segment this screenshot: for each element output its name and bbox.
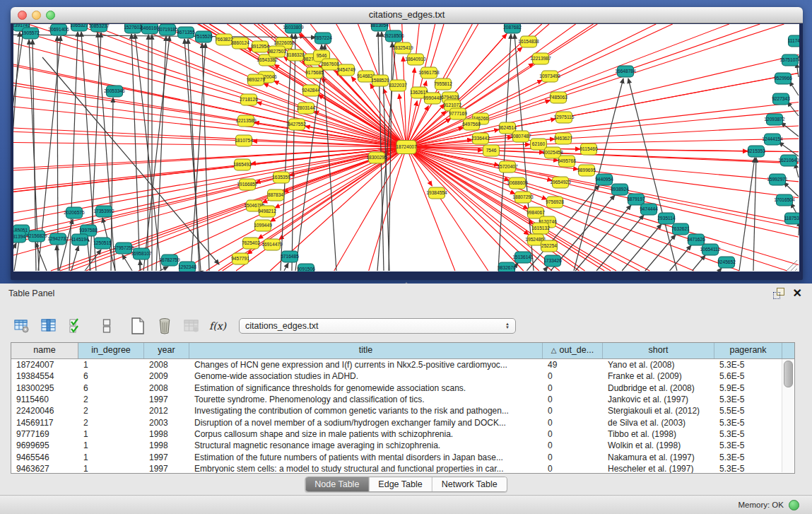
column-header-pagerank[interactable]: pagerank <box>714 343 782 358</box>
node-table[interactable]: namein_degreeyeartitle△out_de...shortpag… <box>11 342 795 474</box>
network-view-window[interactable]: citations_edges.txt 23917411905572206914… <box>11 7 803 280</box>
graph-edge[interactable] <box>13 147 406 170</box>
graph-edge[interactable] <box>498 34 511 271</box>
graph-edge[interactable] <box>406 147 799 265</box>
window-titlebar[interactable]: citations_edges.txt <box>11 7 803 23</box>
table-row[interactable]: 1938455462009Genome-wide association stu… <box>11 370 794 382</box>
graph-node-label: 16648784 <box>615 69 636 74</box>
network-canvas[interactable]: 2391741190557220691406106532710853237152… <box>13 24 799 271</box>
table-settings-icon[interactable] <box>11 316 33 336</box>
table-row[interactable]: 2242004622012Investigating the contribut… <box>11 405 794 416</box>
graph-edge[interactable] <box>322 45 336 271</box>
import-table-icon <box>181 316 202 336</box>
graph-edge[interactable] <box>443 24 478 84</box>
graph-node-label: 18325419 <box>392 45 413 50</box>
graph-edge[interactable] <box>406 24 576 147</box>
graph-edge[interactable] <box>71 246 78 271</box>
graph-edge[interactable] <box>693 255 706 271</box>
graph-edge[interactable] <box>284 263 288 271</box>
row-height-icon[interactable] <box>96 316 117 336</box>
table-cell: 1 <box>78 452 144 463</box>
table-scrollbar[interactable] <box>782 359 794 472</box>
graph-edge[interactable] <box>406 147 455 271</box>
table-cell: Embryonic stem cells: a model to study s… <box>189 463 543 474</box>
tab-edge-table[interactable]: Edge Table <box>369 477 432 491</box>
table-type-tabs: Node Table Edge Table Network Table <box>305 477 507 492</box>
column-header-in-degree[interactable]: in_degree <box>78 343 144 358</box>
graph-edge[interactable] <box>787 102 799 116</box>
graph-edge[interactable] <box>13 64 406 147</box>
table-selector-dropdown[interactable]: citations_edges.txt ▲▼ <box>239 318 516 334</box>
graph-node-label: 7857224 <box>314 35 332 40</box>
zoom-window-button[interactable] <box>46 11 55 20</box>
table-cell: 5.3E-5 <box>714 463 782 474</box>
table-row[interactable]: 977716911998Corpus callosum shape and si… <box>11 428 794 440</box>
graph-node-label: 1527602 <box>124 25 142 30</box>
column-header-year[interactable]: year <box>144 343 189 358</box>
graph-edge[interactable] <box>753 158 756 271</box>
graph-edge[interactable] <box>406 54 799 147</box>
graph-edge[interactable] <box>575 205 631 271</box>
graph-edge[interactable] <box>541 24 593 59</box>
graph-edge[interactable] <box>789 81 799 95</box>
graph-edge[interactable] <box>334 147 406 271</box>
close-panel-icon[interactable]: ✕ <box>793 288 802 299</box>
graph-node-label: 9457791 <box>231 256 249 261</box>
tab-network-table[interactable]: Network Table <box>433 477 507 491</box>
graph-edge[interactable] <box>450 24 515 98</box>
column-header-name[interactable]: name <box>11 343 78 358</box>
graph-edge[interactable] <box>779 142 799 156</box>
memory-ok-indicator[interactable] <box>789 500 799 510</box>
graph-edge[interactable] <box>544 267 548 271</box>
graph-edge[interactable] <box>622 224 661 271</box>
graph-edge[interactable] <box>13 185 247 240</box>
graph-edge[interactable] <box>539 139 799 144</box>
minimize-window-button[interactable] <box>32 11 41 20</box>
graph-edge[interactable] <box>739 158 755 271</box>
graph-node-label: 17016504 <box>774 197 795 202</box>
column-header-short[interactable]: short <box>603 343 714 358</box>
graph-edge[interactable] <box>13 132 244 141</box>
graph-node-label: 12975115 <box>554 115 575 119</box>
graph-edge[interactable] <box>429 24 444 73</box>
graph-node-label: 15136141 <box>512 255 534 259</box>
function-builder-icon[interactable]: f(x) <box>209 320 226 332</box>
graph-node-label: 16961758 <box>418 70 440 75</box>
tab-node-table[interactable]: Node Table <box>305 477 369 491</box>
table-cell: 2 <box>78 394 144 405</box>
float-panel-icon[interactable] <box>773 288 784 299</box>
column-visibility-icon[interactable] <box>38 316 59 336</box>
graph-edge[interactable] <box>122 255 132 271</box>
graph-edge[interactable] <box>550 24 656 76</box>
graph-edge[interactable] <box>781 122 799 136</box>
new-table-icon[interactable] <box>127 316 148 336</box>
scrollbar-thumb[interactable] <box>784 361 793 387</box>
table-row[interactable]: 969969511998Structural magnetic resonanc… <box>11 440 794 451</box>
graph-edge[interactable] <box>188 39 199 271</box>
column-header-out-de-[interactable]: △out_de... <box>543 343 603 358</box>
graph-node-label: 6497568 <box>462 122 481 127</box>
graph-edge[interactable] <box>13 107 406 147</box>
close-window-button[interactable] <box>18 11 27 20</box>
graph-node-label: 2803144 <box>297 105 315 110</box>
table-row[interactable]: 946362711997Embryonic stem cells: a mode… <box>11 463 794 474</box>
graph-node-label: 1292348 <box>178 264 196 269</box>
select-rows-icon[interactable] <box>65 316 86 336</box>
column-header-title[interactable]: title <box>189 343 543 358</box>
table-row[interactable]: 946554611997Estimation of the future num… <box>11 451 794 462</box>
table-header[interactable]: namein_degreeyeartitle△out_de...shortpag… <box>11 343 794 359</box>
graph-node-label: 1588520 <box>371 78 389 83</box>
graph-edge[interactable] <box>719 268 722 271</box>
network-graph[interactable]: 2391741190557220691406106532710853237152… <box>13 24 799 271</box>
delete-table-icon[interactable] <box>154 316 175 336</box>
table-row[interactable]: 911546021997Tourette syndrome. Phenomeno… <box>11 394 794 405</box>
table-row[interactable]: 1456911722003Disruption of a novel membe… <box>11 416 794 428</box>
graph-edge[interactable] <box>437 193 488 271</box>
graph-node-label: 7625402 <box>242 240 260 245</box>
graph-edge[interactable] <box>645 235 676 271</box>
graph-edge[interactable] <box>596 215 644 271</box>
table-row[interactable]: 1830029562008Estimation of significance … <box>11 382 794 394</box>
memory-status-label: Memory: OK <box>738 501 784 509</box>
table-row[interactable]: 1872400712008Changes of HCN gene express… <box>11 359 794 370</box>
graph-edge[interactable] <box>589 149 799 151</box>
